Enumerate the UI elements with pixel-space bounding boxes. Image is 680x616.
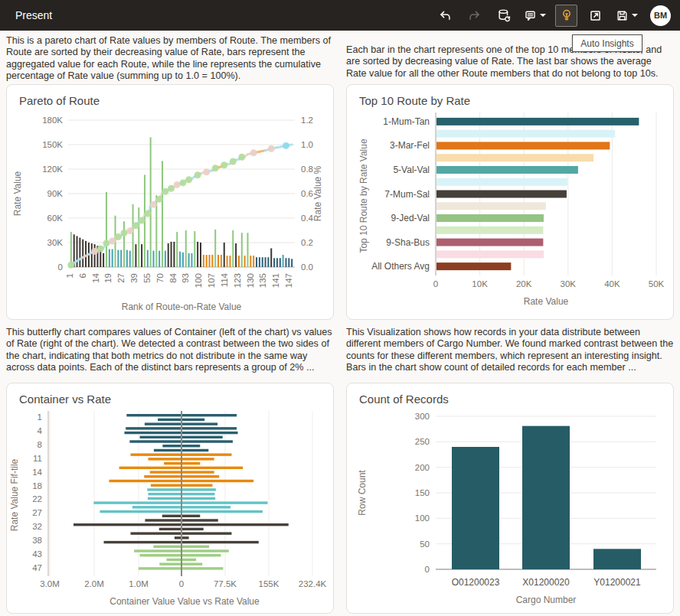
undo-button[interactable] (434, 5, 456, 27)
pareto-bar[interactable] (200, 243, 201, 267)
pareto-bar[interactable] (162, 161, 163, 267)
pareto-bar[interactable] (79, 238, 80, 267)
pareto-bar[interactable] (94, 244, 96, 267)
top10-bar[interactable] (436, 166, 578, 174)
pareto-bar[interactable] (256, 257, 257, 267)
pareto-bar[interactable] (283, 255, 284, 267)
pareto-bar[interactable] (203, 255, 204, 267)
top10-bar[interactable] (436, 262, 511, 270)
pareto-bar[interactable] (280, 258, 281, 267)
pareto-bar[interactable] (259, 257, 260, 267)
pareto-bar[interactable] (185, 230, 187, 267)
pareto-bar[interactable] (265, 257, 266, 267)
pareto-bar[interactable] (85, 241, 87, 267)
top10-bar[interactable] (436, 154, 593, 161)
cumulative-line-marker[interactable] (179, 179, 186, 186)
top10-bar[interactable] (436, 118, 639, 125)
pareto-bar[interactable] (262, 257, 263, 267)
cumulative-line-marker[interactable] (103, 240, 110, 246)
cumulative-line-marker[interactable] (91, 248, 98, 255)
cumulative-line-marker[interactable] (238, 154, 245, 161)
pareto-bar[interactable] (188, 253, 190, 267)
cumulative-line-marker[interactable] (250, 149, 257, 156)
pareto-bar[interactable] (191, 253, 192, 267)
pareto-bar[interactable] (273, 258, 275, 267)
pareto-bar[interactable] (229, 256, 230, 267)
top10-bar[interactable] (436, 142, 610, 149)
pareto-bar[interactable] (209, 255, 211, 267)
cumulative-line-marker[interactable] (150, 201, 157, 208)
butterfly-bar[interactable] (140, 554, 221, 556)
comments-button[interactable] (521, 5, 548, 27)
pareto-bar[interactable] (103, 253, 104, 267)
pareto-bar[interactable] (179, 252, 181, 267)
pareto-bar[interactable] (217, 255, 219, 267)
cumulative-line-marker[interactable] (109, 238, 116, 245)
cumulative-line-marker[interactable] (230, 158, 237, 165)
pareto-bar[interactable] (176, 232, 178, 267)
top10-bar[interactable] (436, 214, 544, 222)
pareto-bar[interactable] (168, 243, 169, 267)
pareto-bar[interactable] (106, 192, 107, 267)
cumulative-line-marker[interactable] (268, 145, 275, 152)
cumulative-line-marker[interactable] (126, 227, 133, 234)
save-button[interactable] (613, 5, 640, 27)
top10-bar[interactable] (436, 250, 544, 258)
pareto-bar[interactable] (247, 233, 248, 267)
cumulative-line-marker[interactable] (144, 210, 151, 217)
pareto-bar[interactable] (126, 250, 128, 267)
cumulative-line-marker[interactable] (283, 142, 289, 149)
pareto-bar[interactable] (244, 256, 246, 267)
cumulative-line-marker[interactable] (97, 246, 104, 253)
pareto-bar[interactable] (224, 243, 225, 267)
pareto-bar[interactable] (165, 251, 166, 267)
cumulative-line-marker[interactable] (221, 161, 227, 168)
pareto-bar[interactable] (91, 243, 93, 267)
pareto-bar[interactable] (288, 258, 289, 267)
pareto-bar[interactable] (159, 251, 160, 267)
pareto-bar[interactable] (120, 250, 122, 267)
cumulative-line-marker[interactable] (132, 222, 139, 229)
top10-bar[interactable] (436, 191, 567, 198)
pareto-bar[interactable] (135, 244, 136, 267)
pareto-bar[interactable] (221, 255, 222, 267)
cumulative-line-marker[interactable] (212, 165, 219, 171)
pareto-bar[interactable] (147, 250, 149, 267)
pareto-bar[interactable] (211, 255, 213, 267)
pareto-bar[interactable] (141, 244, 142, 267)
count-bar[interactable] (593, 549, 641, 569)
pareto-bar[interactable] (227, 256, 228, 267)
pareto-bar[interactable] (152, 251, 154, 267)
cumulative-line-marker[interactable] (121, 230, 128, 236)
pareto-bar[interactable] (285, 258, 286, 267)
avatar[interactable]: BM (650, 5, 671, 26)
cumulative-line-marker[interactable] (168, 185, 175, 192)
pareto-bar[interactable] (129, 251, 131, 267)
top10-bar[interactable] (436, 178, 567, 186)
pareto-bar[interactable] (253, 256, 254, 267)
pareto-bar[interactable] (291, 259, 293, 267)
pareto-bar[interactable] (206, 255, 208, 267)
count-bar[interactable] (452, 447, 499, 569)
pareto-bar[interactable] (232, 230, 234, 267)
cumulative-line-marker[interactable] (115, 233, 122, 240)
redo-button[interactable] (463, 5, 485, 27)
count-bar[interactable] (522, 426, 570, 569)
pareto-bar[interactable] (250, 256, 251, 267)
cumulative-line-marker[interactable] (156, 196, 163, 203)
pareto-bar[interactable] (123, 221, 125, 267)
pareto-bar[interactable] (109, 249, 110, 267)
pareto-bar[interactable] (276, 258, 278, 267)
pareto-bar[interactable] (182, 253, 184, 267)
cumulative-line-marker[interactable] (195, 171, 201, 178)
open-button[interactable] (584, 5, 606, 27)
pareto-bar[interactable] (241, 233, 243, 267)
cumulative-line-marker[interactable] (67, 262, 74, 269)
cumulative-line-marker[interactable] (139, 217, 145, 224)
pareto-bar[interactable] (82, 240, 83, 267)
pareto-bar[interactable] (117, 250, 119, 267)
pareto-bar[interactable] (138, 207, 139, 267)
pareto-bar[interactable] (197, 242, 198, 267)
auto-insights-button[interactable] (555, 5, 577, 27)
pareto-bar[interactable] (194, 231, 195, 267)
